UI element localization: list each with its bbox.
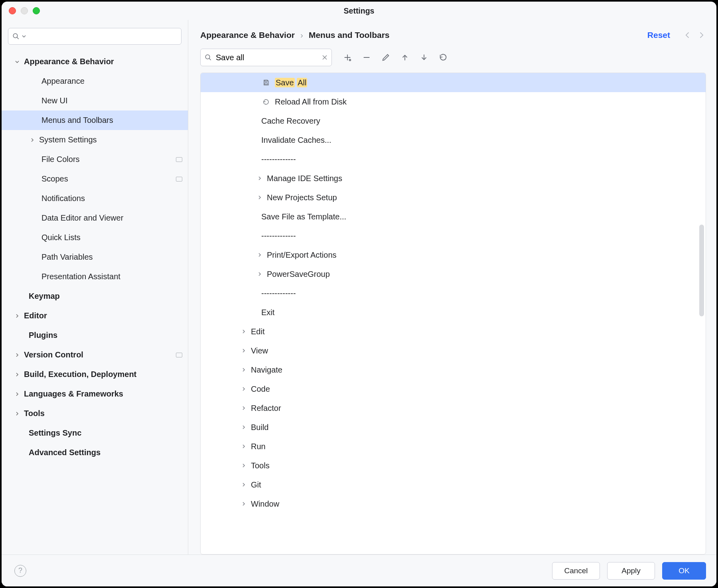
ok-button[interactable]: OK: [662, 562, 706, 580]
svg-line-3: [209, 58, 211, 60]
cancel-button[interactable]: Cancel: [552, 562, 600, 580]
sidebar-item[interactable]: Version Control: [2, 345, 188, 365]
breadcrumb-root: Appearance & Behavior: [200, 30, 295, 40]
close-icon[interactable]: [9, 7, 16, 14]
edit-icon[interactable]: [381, 53, 390, 62]
sidebar-item[interactable]: Appearance: [2, 71, 188, 91]
chevron-right-icon: [14, 314, 20, 318]
chevron-right-icon: [241, 501, 247, 506]
tree-row[interactable]: Exit: [201, 303, 706, 322]
sidebar-item[interactable]: Tools: [2, 404, 188, 423]
tree-row-label: -------------: [261, 289, 296, 298]
settings-window: Settings Appearance & BehaviorAppearance…: [2, 2, 716, 586]
chevron-right-icon: [241, 367, 247, 372]
sidebar-item[interactable]: Presentation Assistant: [2, 267, 188, 286]
chevron-right-icon: [241, 482, 247, 487]
remove-icon[interactable]: [362, 53, 371, 62]
search-icon: [12, 33, 20, 40]
apply-button[interactable]: Apply: [607, 562, 655, 580]
breadcrumb-sep: ›: [300, 30, 303, 40]
sidebar-item[interactable]: Keymap: [2, 286, 188, 306]
sidebar-item[interactable]: Advanced Settings: [2, 443, 188, 462]
add-icon[interactable]: [343, 53, 352, 62]
sidebar-item[interactable]: Data Editor and Viewer: [2, 208, 188, 228]
sidebar-search[interactable]: [8, 28, 181, 45]
help-icon[interactable]: ?: [14, 565, 26, 577]
clear-icon[interactable]: [322, 55, 327, 60]
tree-row[interactable]: Code: [201, 379, 706, 399]
sidebar-item[interactable]: Quick Lists: [2, 228, 188, 247]
tree-row[interactable]: -------------: [201, 150, 706, 169]
sidebar-item[interactable]: Notifications: [2, 189, 188, 208]
tree-row[interactable]: Git: [201, 475, 706, 494]
tree-row[interactable]: -------------: [201, 226, 706, 245]
tree-row[interactable]: -------------: [201, 284, 706, 303]
sidebar-item-label: Notifications: [41, 194, 182, 203]
tree-row[interactable]: Run: [201, 437, 706, 456]
chevron-right-icon: [257, 176, 263, 181]
sidebar-item-label: Keymap: [29, 292, 182, 301]
tree-row-label: Code: [251, 385, 270, 394]
tree-row[interactable]: Save File as Template...: [201, 207, 706, 226]
tree-row-label: -------------: [261, 231, 296, 241]
tree-row-label: Print/Export Actions: [267, 251, 337, 260]
reset-button[interactable]: Reset: [647, 30, 670, 40]
tree-row[interactable]: Edit: [201, 322, 706, 341]
tree-row-label: Git: [251, 480, 261, 489]
chevron-right-icon: [257, 253, 263, 257]
restore-icon[interactable]: [439, 53, 448, 62]
svg-point-8: [349, 59, 351, 61]
chevron-down-icon: [22, 34, 26, 38]
tree-row[interactable]: Print/Export Actions: [201, 245, 706, 264]
tree-row[interactable]: Build: [201, 418, 706, 437]
tree-row[interactable]: Invalidate Caches...: [201, 130, 706, 150]
tree-row-label: Invalidate Caches...: [261, 136, 331, 145]
forward-icon[interactable]: [697, 31, 705, 39]
chevron-right-icon: [241, 387, 247, 391]
tree-row[interactable]: Reload All from Disk: [201, 92, 706, 111]
tree-row[interactable]: New Projects Setup: [201, 188, 706, 207]
tree-row[interactable]: Save All: [201, 73, 706, 92]
sidebar-item[interactable]: Build, Execution, Deployment: [2, 365, 188, 384]
back-icon[interactable]: [684, 31, 692, 39]
tree-row[interactable]: Cache Recovery: [201, 111, 706, 130]
sidebar-item[interactable]: File Colors: [2, 150, 188, 169]
main-panel: Appearance & Behavior › Menus and Toolba…: [188, 20, 716, 554]
filter-box[interactable]: [200, 49, 332, 66]
sidebar-item[interactable]: Scopes: [2, 169, 188, 189]
minimize-icon[interactable]: [21, 7, 28, 14]
scrollbar[interactable]: [699, 225, 704, 316]
sidebar-item-label: Data Editor and Viewer: [41, 213, 182, 223]
chevron-right-icon: [30, 138, 35, 142]
sidebar-item-label: Version Control: [24, 350, 172, 359]
tree-row[interactable]: Refactor: [201, 399, 706, 418]
sidebar-item[interactable]: New UI: [2, 91, 188, 110]
tree-row-label: Exit: [261, 308, 274, 317]
tree-row[interactable]: Manage IDE Settings: [201, 169, 706, 188]
sidebar-item[interactable]: Appearance & Behavior: [2, 52, 188, 71]
sidebar-item[interactable]: Plugins: [2, 326, 188, 345]
breadcrumb: Appearance & Behavior › Menus and Toolba…: [188, 20, 716, 45]
sidebar-item-label: Advanced Settings: [29, 448, 182, 457]
tree-row[interactable]: Navigate: [201, 360, 706, 379]
tree-row[interactable]: PowerSaveGroup: [201, 264, 706, 284]
filter-input[interactable]: [216, 53, 318, 62]
tree-row-label: View: [251, 346, 268, 355]
chevron-right-icon: [241, 425, 247, 430]
sidebar-item[interactable]: Menus and Toolbars: [2, 110, 188, 130]
sidebar-item[interactable]: System Settings: [2, 130, 188, 150]
maximize-icon[interactable]: [33, 7, 40, 14]
sidebar-item[interactable]: Editor: [2, 306, 188, 326]
tree-row[interactable]: Tools: [201, 456, 706, 475]
tree-row[interactable]: View: [201, 341, 706, 360]
sidebar-search-input[interactable]: [28, 32, 177, 41]
sidebar-item[interactable]: Languages & Frameworks: [2, 384, 188, 404]
tree-row[interactable]: Window: [201, 494, 706, 513]
tree-row-label: Edit: [251, 327, 264, 336]
sidebar-item-label: System Settings: [39, 135, 182, 144]
sidebar-item[interactable]: Settings Sync: [2, 423, 188, 443]
chevron-right-icon: [241, 348, 247, 353]
move-down-icon[interactable]: [420, 53, 428, 62]
move-up-icon[interactable]: [400, 53, 409, 62]
sidebar-item[interactable]: Path Variables: [2, 247, 188, 267]
